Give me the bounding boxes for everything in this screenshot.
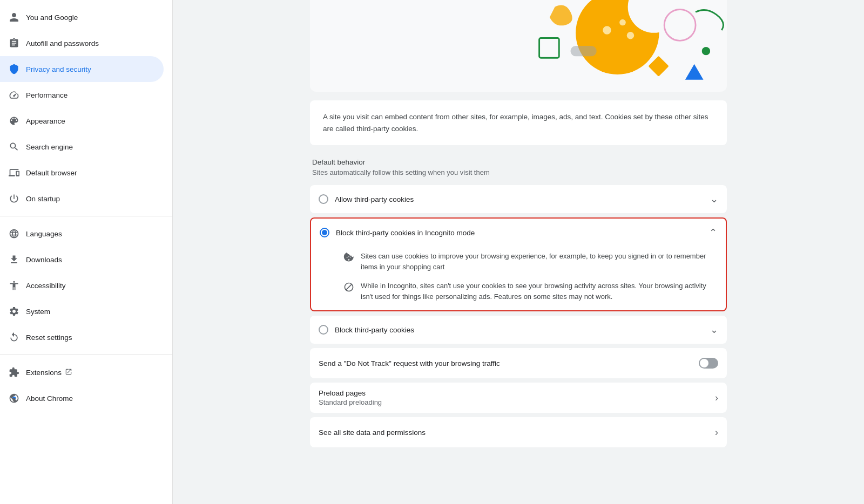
preload-pages-subtitle: Standard preloading	[319, 398, 382, 406]
default-behavior-title: Default behavior	[312, 158, 725, 166]
sidebar-item-label: Default browser	[26, 169, 77, 177]
settings-icon	[9, 306, 19, 317]
default-behavior-subtitle: Sites automatically follow this setting …	[312, 168, 725, 176]
sidebar-item-label: Languages	[26, 230, 62, 238]
sidebar-item-label: Downloads	[26, 256, 62, 264]
allow-third-party-option[interactable]: Allow third-party cookies ⌄	[310, 185, 727, 213]
option-label: Block third-party cookies in Incognito m…	[336, 229, 475, 237]
security-icon	[9, 64, 19, 74]
svg-point-5	[627, 32, 634, 39]
option-label: Allow third-party cookies	[335, 195, 414, 203]
sidebar-item-performance[interactable]: Performance	[0, 82, 164, 108]
expanded-text-cookie: Sites can use cookies to improve your br…	[361, 251, 717, 272]
cookie-icon	[343, 252, 354, 263]
external-link-icon	[65, 368, 72, 377]
radio-block-incognito[interactable]	[320, 228, 329, 237]
expanded-item-cookie: Sites can use cookies to improve your br…	[343, 251, 717, 272]
sidebar-item-you-and-google[interactable]: You and Google	[0, 4, 164, 30]
chevron-right-icon: ›	[715, 392, 718, 404]
block-third-party-option[interactable]: Block third-party cookies ⌄	[310, 316, 727, 344]
speed-icon	[9, 90, 19, 100]
sidebar-item-label: Reset settings	[26, 333, 72, 342]
sidebar-item-autofill[interactable]: Autofill and passwords	[0, 30, 164, 56]
expanded-text-block: While in Incognito, sites can't use your…	[361, 281, 717, 302]
main-content: A site you visit can embed content from …	[173, 0, 864, 504]
option-left: Block third-party cookies	[319, 325, 414, 335]
extensions-label-wrap: Extensions	[26, 368, 72, 377]
accessibility-icon	[9, 280, 19, 291]
sidebar-item-label: Extensions	[26, 369, 62, 377]
sidebar-item-search-engine[interactable]: Search engine	[0, 134, 164, 160]
preload-pages-title: Preload pages	[319, 389, 382, 397]
sidebar-item-languages[interactable]: Languages	[0, 221, 164, 247]
sidebar-item-label: Performance	[26, 91, 68, 99]
allow-third-party-header[interactable]: Allow third-party cookies ⌄	[319, 185, 718, 213]
power-icon	[9, 193, 19, 204]
chrome-circle-icon	[9, 393, 19, 404]
radio-block-third-party[interactable]	[319, 325, 328, 335]
sidebar-item-about-chrome[interactable]: About Chrome	[0, 385, 164, 411]
sidebar-item-default-browser[interactable]: Default browser	[0, 160, 164, 186]
sidebar-divider-1	[0, 216, 172, 216]
sidebar-item-reset-settings[interactable]: Reset settings	[0, 324, 164, 350]
sidebar-item-label: Search engine	[26, 143, 73, 151]
option-label: Block third-party cookies	[335, 326, 414, 334]
chevron-down-icon-2: ⌄	[710, 324, 718, 336]
sidebar: You and Google Autofill and passwords Pr…	[0, 0, 173, 504]
chevron-right-icon-2: ›	[715, 427, 718, 438]
option-left: Allow third-party cookies	[319, 194, 414, 204]
svg-point-3	[603, 26, 611, 34]
site-data-title: See all site data and permissions	[319, 428, 426, 437]
sidebar-item-label: System	[26, 308, 50, 316]
sidebar-item-extensions[interactable]: Extensions	[0, 359, 164, 385]
sidebar-item-downloads[interactable]: Downloads	[0, 247, 164, 273]
download-icon	[9, 254, 19, 265]
do-not-track-toggle[interactable]	[699, 358, 718, 369]
sidebar-item-privacy-security[interactable]: Privacy and security	[0, 56, 164, 82]
sidebar-item-label: About Chrome	[26, 394, 73, 403]
sidebar-item-label: Privacy and security	[26, 65, 91, 73]
hero-banner	[310, 0, 727, 92]
svg-rect-10	[571, 46, 597, 56]
preload-pages-row[interactable]: Preload pages Standard preloading ›	[310, 383, 727, 413]
sidebar-item-label: You and Google	[26, 13, 78, 22]
svg-point-9	[702, 47, 710, 55]
block-incognito-header[interactable]: Block third-party cookies in Incognito m…	[320, 219, 717, 247]
sidebar-item-appearance[interactable]: Appearance	[0, 108, 164, 134]
expanded-item-block: While in Incognito, sites can't use your…	[343, 281, 717, 302]
description-section: A site you visit can embed content from …	[310, 100, 727, 145]
block-incognito-expanded: Sites can use cookies to improve your br…	[320, 247, 717, 310]
sidebar-item-label: Accessibility	[26, 282, 66, 290]
option-left: Block third-party cookies in Incognito m…	[320, 228, 475, 237]
chevron-up-icon: ⌃	[709, 227, 717, 239]
sidebar-item-label: Appearance	[26, 117, 65, 125]
search-icon	[9, 141, 19, 152]
chevron-down-icon: ⌄	[710, 193, 718, 205]
site-data-content: See all site data and permissions	[319, 428, 426, 437]
do-not-track-label: Send a "Do Not Track" request with your …	[319, 359, 500, 367]
sidebar-item-label: Autofill and passwords	[26, 39, 99, 47]
preload-pages-content: Preload pages Standard preloading	[319, 389, 382, 406]
block-third-party-header[interactable]: Block third-party cookies ⌄	[319, 316, 718, 344]
description-text: A site you visit can embed content from …	[323, 111, 714, 134]
browser-icon	[9, 167, 19, 178]
site-data-row[interactable]: See all site data and permissions ›	[310, 417, 727, 447]
assignment-icon	[9, 38, 19, 49]
sidebar-item-on-startup[interactable]: On startup	[0, 186, 164, 212]
sidebar-divider-2	[0, 355, 172, 355]
block-incognito-option[interactable]: Block third-party cookies in Incognito m…	[310, 217, 727, 311]
puzzle-icon	[9, 367, 19, 378]
radio-allow[interactable]	[319, 194, 328, 204]
sidebar-item-label: On startup	[26, 195, 60, 203]
palette-icon	[9, 115, 19, 126]
svg-point-4	[619, 19, 626, 26]
sidebar-item-accessibility[interactable]: Accessibility	[0, 273, 164, 298]
do-not-track-row: Send a "Do Not Track" request with your …	[310, 348, 727, 378]
sidebar-item-system[interactable]: System	[0, 298, 164, 324]
reset-icon	[9, 332, 19, 343]
language-icon	[9, 228, 19, 239]
block-icon	[343, 282, 354, 292]
person-icon	[9, 12, 19, 23]
